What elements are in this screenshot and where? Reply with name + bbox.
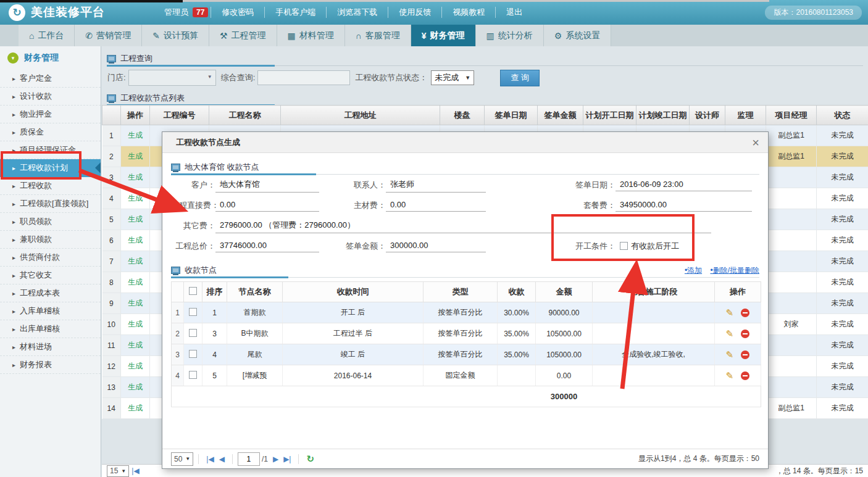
delete-icon[interactable]	[741, 350, 749, 359]
generate-link[interactable]: 生成	[128, 362, 143, 370]
sidebar-item[interactable]: ▸ 供货商付款	[0, 249, 101, 267]
generate-link[interactable]: 生成	[128, 404, 143, 412]
search-button[interactable]: 查 询	[500, 70, 540, 86]
material-fee-field[interactable]: 0.00	[386, 199, 486, 212]
direct-fee-field[interactable]: 0.00	[215, 199, 319, 212]
nav-tab[interactable]: ∩ 客服管理	[345, 25, 411, 46]
combo-query-input[interactable]	[257, 70, 350, 85]
delete-icon[interactable]	[741, 330, 749, 338]
contact-field[interactable]: 张老师	[386, 178, 486, 193]
sidebar-item[interactable]: ▸ 物业押金	[0, 106, 101, 123]
sidebar-item[interactable]: ▸ 工程收款	[0, 177, 101, 195]
sidebar-item-label: 工程成本表	[20, 288, 60, 299]
sidebar-item[interactable]: ▸ 职员领款	[0, 213, 101, 231]
sidebar-item[interactable]: ▸ 项目经理保证金	[0, 141, 101, 159]
sign-amount-field[interactable]: 300000.00	[386, 239, 486, 252]
generate-link[interactable]: 生成	[128, 299, 143, 307]
generate-link[interactable]: 生成	[128, 152, 143, 160]
package-fee-field[interactable]: 34950000.00	[616, 199, 752, 212]
nav-tab[interactable]: ⌂ 工作台	[19, 25, 75, 46]
page-input[interactable]	[238, 452, 260, 466]
caret-right-icon: ▸	[12, 254, 15, 261]
row-checkbox[interactable]	[189, 329, 197, 337]
node-row[interactable]: 3 4 尾款 竣工 后 按签单百分比 35.00% 105000.00 全成验收…	[172, 344, 761, 365]
user-menu[interactable]: 管理员 77	[164, 7, 208, 18]
caret-right-icon: ▸	[12, 75, 15, 82]
sidebar-item[interactable]: ▸ 设计收款	[0, 88, 101, 106]
sidebar-item[interactable]: ▸ 工程收款计划	[0, 159, 101, 177]
delete-icon[interactable]	[741, 309, 749, 317]
edit-icon[interactable]: ✎	[726, 370, 734, 381]
sidebar-item[interactable]: ▸ 出库单稽核	[0, 320, 101, 338]
total-price-field[interactable]: 37746000.00	[215, 239, 319, 252]
node-name: [增减预	[227, 365, 283, 386]
page-size-select[interactable]: 15 ▼	[107, 465, 129, 477]
sidebar-item[interactable]: ▸ 其它收支	[0, 267, 101, 284]
chat-icon: ✆	[85, 31, 93, 41]
collapse-icon[interactable]: ▾	[7, 52, 19, 64]
first-page-icon[interactable]: |◀	[131, 467, 139, 475]
store-select[interactable]: ▼	[128, 70, 216, 86]
generate-link[interactable]: 生成	[128, 131, 143, 139]
nav-tab[interactable]: ▦ 材料管理	[277, 25, 345, 46]
other-fee-field[interactable]: 2796000.00 （管理费：2796000.00）	[215, 218, 711, 233]
nav-tab[interactable]: ✎ 设计预算	[142, 25, 209, 46]
sidebar-item[interactable]: ▸ 质保金	[0, 123, 101, 141]
row-checkbox[interactable]	[189, 350, 197, 358]
node-row[interactable]: 4 5 [增减预 2016-06-14 固定金额 0.00 ✎	[172, 365, 761, 386]
header-menu-item[interactable]: 视频教程	[441, 7, 495, 18]
refresh-icon[interactable]: ↻	[306, 454, 314, 465]
node-row[interactable]: 2 3 B中期款 工程过半 后 按签单百分比 35.00% 105000.00 …	[172, 323, 761, 344]
row-checkbox[interactable]	[189, 371, 197, 379]
generate-link[interactable]: 生成	[128, 236, 143, 244]
generate-link[interactable]: 生成	[128, 194, 143, 202]
header-menu-item[interactable]: 修改密码	[211, 7, 264, 18]
node-row[interactable]: 1 1 首期款 开工 后 按签单百分比 30.00% 90000.00 ✎	[172, 302, 761, 323]
notification-badge[interactable]: 77	[193, 7, 208, 17]
last-page-icon[interactable]: ▶|	[283, 455, 291, 463]
header-menu-item[interactable]: 使用反馈	[388, 7, 441, 18]
select-all-checkbox[interactable]	[189, 287, 197, 295]
add-node-link[interactable]: •添加	[685, 266, 702, 275]
generate-link[interactable]: 生成	[128, 257, 143, 265]
start-condition-checkbox[interactable]	[620, 242, 628, 250]
sidebar-item[interactable]: ▸ 财务报表	[0, 356, 101, 374]
page-size-select[interactable]: 50 ▼	[171, 452, 193, 466]
nav-tab[interactable]: ¥ 财务管理	[411, 25, 476, 46]
edit-icon[interactable]: ✎	[726, 307, 734, 318]
prev-page-icon[interactable]: ◀	[219, 455, 225, 463]
sidebar-item[interactable]: ▸ 工程成本表	[0, 284, 101, 302]
row-checkbox[interactable]	[189, 308, 197, 316]
sidebar-header[interactable]: ▾ 财务管理	[0, 46, 101, 70]
customer-field[interactable]: 地大体育馆	[215, 178, 319, 193]
edit-icon[interactable]: ✎	[726, 328, 734, 339]
nav-tab[interactable]: ✆ 营销管理	[75, 25, 142, 46]
sidebar-item[interactable]: ▸ 客户定金	[0, 70, 101, 88]
generate-link[interactable]: 生成	[128, 320, 143, 328]
first-page-icon[interactable]: |◀	[206, 455, 214, 463]
generate-link[interactable]: 生成	[128, 278, 143, 286]
column-header: 计划竣工日期	[636, 106, 690, 125]
nav-tab[interactable]: ▥ 统计分析	[476, 25, 544, 46]
header-menu-item[interactable]: 手机客户端	[264, 7, 326, 18]
next-page-icon[interactable]: ▶	[273, 455, 278, 463]
sidebar-item[interactable]: ▸ 入库单稽核	[0, 302, 101, 320]
close-icon[interactable]: ×	[752, 136, 759, 149]
generate-link[interactable]: 生成	[128, 173, 143, 181]
generate-link[interactable]: 生成	[128, 341, 143, 349]
sidebar-item[interactable]: ▸ 材料进场	[0, 338, 101, 356]
sidebar-item[interactable]: ▸ 兼职领款	[0, 231, 101, 249]
header-menu-item[interactable]: 退出	[495, 7, 533, 18]
edit-icon[interactable]: ✎	[726, 349, 734, 360]
delete-icon[interactable]	[741, 371, 749, 380]
nav-tab[interactable]: ⚒ 工程管理	[209, 25, 277, 46]
sidebar-item[interactable]: ▸ 工程领款[直接领款]	[0, 195, 101, 213]
nav-tab[interactable]: ⚙ 系统设置	[544, 25, 612, 46]
generate-link[interactable]: 生成	[128, 383, 143, 391]
header-menu-item[interactable]: 浏览器下载	[326, 7, 388, 18]
status-select[interactable]: 未完成 ▼	[431, 70, 474, 85]
generate-link[interactable]: 生成	[128, 215, 143, 223]
row-number-header	[172, 282, 184, 302]
sign-date-field[interactable]: 2016-06-09 23:00	[616, 178, 752, 191]
delete-node-link[interactable]: •删除/批量删除	[710, 266, 759, 275]
